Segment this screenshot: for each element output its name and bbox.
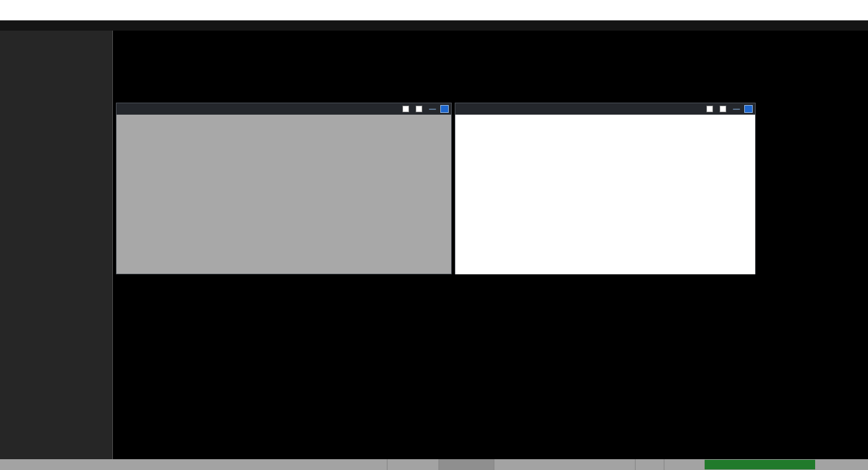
status-spacer [697, 459, 705, 470]
window-controls [800, 0, 868, 10]
checkbox-icon [720, 106, 726, 112]
checkbox-checked-icon [416, 106, 422, 112]
ignition-table-window [455, 103, 756, 274]
ve-surface-chart [117, 115, 451, 274]
status-segment-empty [439, 459, 494, 470]
ve-table-window [116, 103, 452, 274]
ignition-window-titlebar[interactable] [455, 103, 755, 115]
sidebar-tree [0, 31, 113, 459]
ve-3d-plot[interactable] [117, 115, 451, 274]
ignition-follow-checkbox[interactable] [706, 106, 715, 112]
ignition-window-close-icon[interactable] [744, 105, 753, 113]
ignition-saved-button[interactable] [733, 109, 740, 110]
main-area [114, 31, 868, 459]
ve-window-titlebar[interactable] [117, 103, 451, 115]
status-spacer [815, 459, 820, 470]
ve-window-close-icon[interactable] [440, 105, 449, 113]
checkbox-icon [402, 106, 409, 112]
close-button[interactable] [845, 0, 868, 10]
maximize-button[interactable] [822, 0, 845, 10]
minimize-button[interactable] [800, 0, 822, 10]
status-autotune-button[interactable] [664, 459, 697, 470]
tab-bar [0, 20, 868, 31]
status-spacer [0, 459, 387, 470]
ignition-table [455, 115, 755, 274]
ve-3d-checkbox[interactable] [416, 106, 425, 112]
ve-saved-button[interactable] [429, 109, 436, 110]
app-window [0, 0, 868, 470]
connection-status-badge [705, 460, 815, 469]
status-ecu [494, 459, 635, 470]
title-bar [0, 0, 868, 10]
ignition-3d-checkbox[interactable] [720, 106, 729, 112]
status-port [830, 459, 868, 470]
checkbox-icon [706, 106, 713, 112]
status-bar [0, 459, 868, 470]
ve-follow-checkbox[interactable] [402, 106, 411, 112]
status-segment-empty [387, 459, 439, 470]
menu-bar [0, 10, 868, 20]
port-dropdown-arrow-icon[interactable] [820, 459, 830, 470]
status-logging-button[interactable] [635, 459, 664, 470]
